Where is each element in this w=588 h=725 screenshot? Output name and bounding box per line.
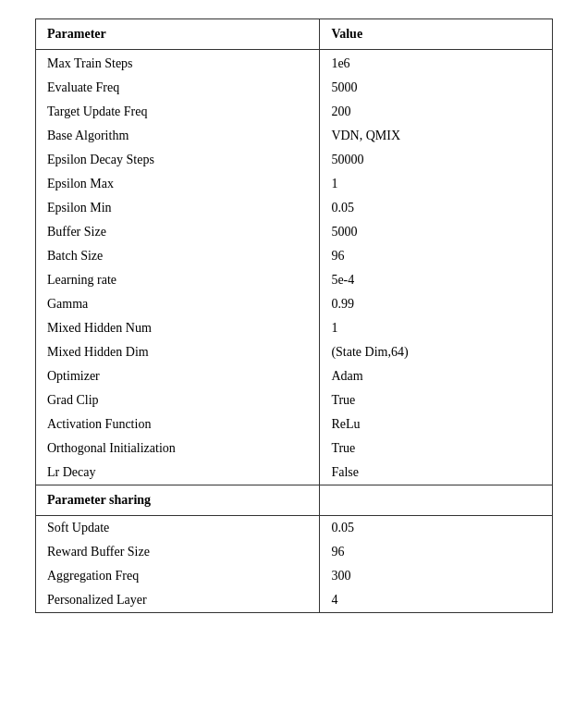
parameter-cell: Orthogonal Initialization xyxy=(36,436,320,461)
table-row: Activation FunctionReLu xyxy=(36,412,552,436)
value-cell: 0.05 xyxy=(320,516,552,541)
table-row: OptimizerAdam xyxy=(36,364,552,388)
value-cell: 1 xyxy=(320,316,552,340)
value-cell: 96 xyxy=(320,244,552,268)
table-row: Epsilon Decay Steps50000 xyxy=(36,148,552,172)
table-row: Base AlgorithmVDN, QMIX xyxy=(36,124,552,148)
parameter-cell: Optimizer xyxy=(36,364,320,388)
table-row: Aggregation Freq300 xyxy=(36,564,552,588)
section-header-label-parameter-sharing: Parameter sharing xyxy=(36,485,320,516)
table-row: Evaluate Freq5000 xyxy=(36,76,552,100)
table-row: Learning rate5e-4 xyxy=(36,268,552,292)
table-row: Epsilon Min0.05 xyxy=(36,196,552,220)
value-cell: ReLu xyxy=(320,412,552,436)
value-cell: 4 xyxy=(320,588,552,612)
table-row: Target Update Freq200 xyxy=(36,100,552,124)
table-row: Grad ClipTrue xyxy=(36,388,552,412)
value-cell: (State Dim,64) xyxy=(320,340,552,364)
table-row: Personalized Layer4 xyxy=(36,588,552,612)
table-row: Gamma0.99 xyxy=(36,292,552,316)
value-cell: 0.99 xyxy=(320,292,552,316)
value-cell: True xyxy=(320,388,552,412)
parameter-cell: Aggregation Freq xyxy=(36,564,320,588)
parameter-cell: Personalized Layer xyxy=(36,588,320,612)
value-cell: True xyxy=(320,436,552,461)
table-row: Soft Update0.05 xyxy=(36,516,552,541)
parameter-cell: Evaluate Freq xyxy=(36,76,320,100)
value-cell: Adam xyxy=(320,364,552,388)
value-cell: 1 xyxy=(320,172,552,196)
main-table-container: Parameter Value Max Train Steps1e6Evalua… xyxy=(35,18,553,613)
value-cell: 50000 xyxy=(320,148,552,172)
table-row: Batch Size96 xyxy=(36,244,552,268)
value-cell: 5000 xyxy=(320,220,552,244)
parameters-table: Parameter Value Max Train Steps1e6Evalua… xyxy=(36,19,552,612)
parameter-cell: Target Update Freq xyxy=(36,100,320,124)
parameter-cell: Max Train Steps xyxy=(36,50,320,77)
table-header-row: Parameter Value xyxy=(36,19,552,50)
parameter-cell: Gamma xyxy=(36,292,320,316)
value-cell: 0.05 xyxy=(320,196,552,220)
parameter-cell: Grad Clip xyxy=(36,388,320,412)
parameter-cell: Epsilon Min xyxy=(36,196,320,220)
value-cell: 96 xyxy=(320,540,552,564)
parameter-cell: Batch Size xyxy=(36,244,320,268)
value-cell: 1e6 xyxy=(320,50,552,77)
parameter-cell: Soft Update xyxy=(36,516,320,541)
parameter-cell: Mixed Hidden Dim xyxy=(36,340,320,364)
parameter-column-header: Parameter xyxy=(36,19,320,50)
section-header-value-parameter-sharing xyxy=(320,485,552,516)
value-cell: 5000 xyxy=(320,76,552,100)
table-row: Mixed Hidden Dim(State Dim,64) xyxy=(36,340,552,364)
parameter-cell: Epsilon Decay Steps xyxy=(36,148,320,172)
parameter-cell: Buffer Size xyxy=(36,220,320,244)
parameter-cell: Reward Buffer Size xyxy=(36,540,320,564)
table-row: Mixed Hidden Num1 xyxy=(36,316,552,340)
table-row: Epsilon Max1 xyxy=(36,172,552,196)
parameter-cell: Epsilon Max xyxy=(36,172,320,196)
parameter-cell: Mixed Hidden Num xyxy=(36,316,320,340)
value-cell: False xyxy=(320,461,552,485)
table-row: Buffer Size5000 xyxy=(36,220,552,244)
parameter-cell: Learning rate xyxy=(36,268,320,292)
section-header-row-parameter-sharing: Parameter sharing xyxy=(36,485,552,516)
value-cell: VDN, QMIX xyxy=(320,124,552,148)
table-row: Lr DecayFalse xyxy=(36,461,552,485)
parameter-cell: Lr Decay xyxy=(36,461,320,485)
value-cell: 300 xyxy=(320,564,552,588)
value-cell: 200 xyxy=(320,100,552,124)
table-row: Reward Buffer Size96 xyxy=(36,540,552,564)
table-row: Orthogonal InitializationTrue xyxy=(36,436,552,461)
value-column-header: Value xyxy=(320,19,552,50)
parameter-cell: Base Algorithm xyxy=(36,124,320,148)
parameter-cell: Activation Function xyxy=(36,412,320,436)
value-cell: 5e-4 xyxy=(320,268,552,292)
table-row: Max Train Steps1e6 xyxy=(36,50,552,77)
